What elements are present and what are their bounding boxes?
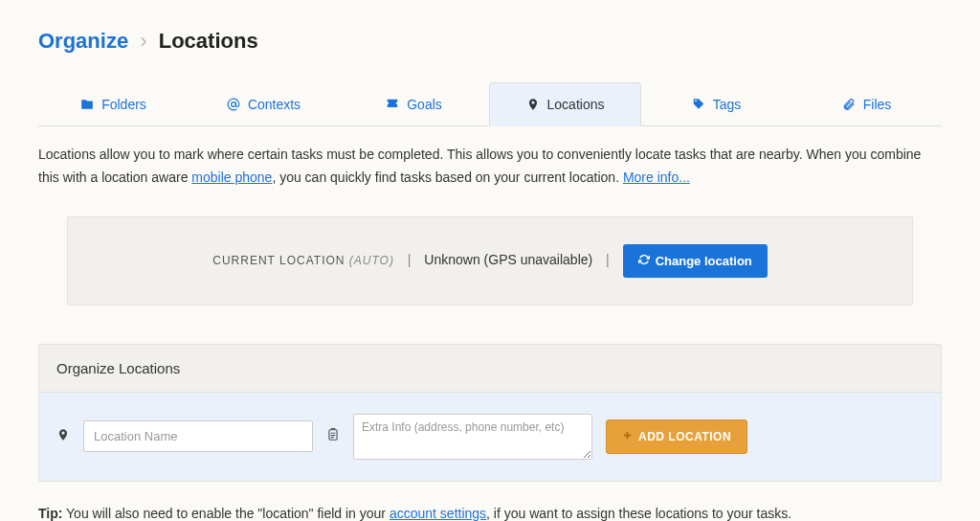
organize-locations-panel: Organize Locations ADD LOCATION <box>38 344 942 482</box>
tab-tags[interactable]: Tags <box>641 82 791 125</box>
at-icon <box>227 98 240 111</box>
breadcrumb-separator: › <box>140 29 146 53</box>
tip-part2: , if you want to assign these locations … <box>486 506 791 521</box>
current-location-bar: CURRENT LOCATION (AUTO) | Unknown (GPS u… <box>67 216 913 306</box>
panel-title: Organize Locations <box>39 345 941 393</box>
clipboard-icon <box>326 427 340 445</box>
attachment-icon <box>842 98 856 111</box>
current-location-status: Unknown (GPS unavailable) <box>424 252 592 267</box>
tab-label: Tags <box>713 97 742 112</box>
tip-text: Tip: You will also need to enable the "l… <box>38 503 942 521</box>
svg-point-0 <box>232 102 236 106</box>
tip-strong: Tip: <box>38 506 62 521</box>
divider: | <box>606 252 610 267</box>
goal-icon <box>386 98 399 111</box>
plus-icon <box>622 430 633 443</box>
breadcrumb-top[interactable]: Organize <box>38 29 128 53</box>
account-settings-link[interactable]: account settings <box>390 506 486 521</box>
divider: | <box>408 252 412 267</box>
tab-contexts[interactable]: Contexts <box>189 82 339 125</box>
description-part2: , you can quickly find tasks based on yo… <box>272 170 623 185</box>
tab-label: Locations <box>547 97 605 112</box>
tab-label: Files <box>863 97 892 112</box>
extra-info-input[interactable] <box>353 414 592 460</box>
tab-label: Folders <box>101 97 146 112</box>
tab-folders[interactable]: Folders <box>38 82 189 125</box>
tip-part1: You will also need to enable the "locati… <box>62 506 390 521</box>
folder-icon <box>80 98 94 111</box>
tabs: Folders Contexts Goals Locations Tags <box>38 82 942 126</box>
tab-files[interactable]: Files <box>791 82 942 125</box>
refresh-icon <box>638 254 650 268</box>
panel-body: ADD LOCATION <box>39 393 941 481</box>
change-location-label: Change location <box>656 254 752 268</box>
breadcrumb: Organize › Locations <box>38 29 942 54</box>
tab-label: Goals <box>407 97 442 112</box>
pin-icon <box>56 428 70 444</box>
description-text: Locations allow you to mark where certai… <box>38 144 942 190</box>
tab-locations[interactable]: Locations <box>489 82 641 126</box>
mobile-phone-link[interactable]: mobile phone <box>191 170 272 185</box>
tab-goals[interactable]: Goals <box>339 82 489 125</box>
change-location-button[interactable]: Change location <box>623 244 768 278</box>
current-location-label: CURRENT LOCATION <box>212 254 349 267</box>
tab-label: Contexts <box>248 97 301 112</box>
add-location-button[interactable]: ADD LOCATION <box>606 419 747 454</box>
current-location-auto: (AUTO) <box>349 254 394 267</box>
tag-icon <box>692 98 705 111</box>
breadcrumb-current: Locations <box>159 29 258 53</box>
more-info-link[interactable]: More info... <box>623 170 690 185</box>
location-name-input[interactable] <box>83 420 313 452</box>
add-location-label: ADD LOCATION <box>638 430 731 443</box>
location-icon <box>526 98 540 111</box>
